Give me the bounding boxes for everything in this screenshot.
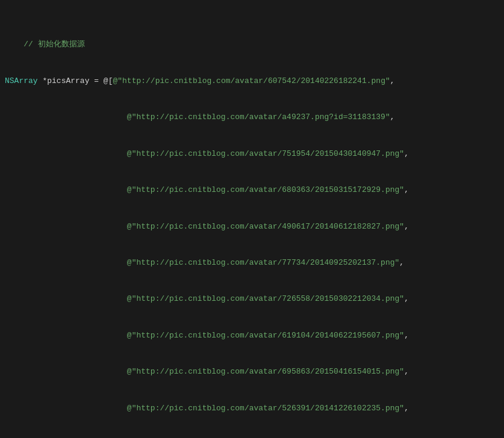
code-editor: // 初始化数据源 NSArray *picsArray = @[@"http:… <box>0 0 504 438</box>
line-url9: @"http://pic.cnitblog.com/avatar/695863/… <box>0 366 504 378</box>
code-content: // 初始化数据源 NSArray *picsArray = @[@"http:… <box>0 0 504 438</box>
line-url2: @"http://pic.cnitblog.com/avatar/a49237.… <box>0 111 504 123</box>
line-nsarray: NSArray *picsArray = @[@"http://pic.cnit… <box>0 75 504 87</box>
line-url3: @"http://pic.cnitblog.com/avatar/751954/… <box>0 148 504 160</box>
line-url5: @"http://pic.cnitblog.com/avatar/490617/… <box>0 221 504 233</box>
line-url4: @"http://pic.cnitblog.com/avatar/680363/… <box>0 184 504 196</box>
line-url7: @"http://pic.cnitblog.com/avatar/726558/… <box>0 293 504 305</box>
line-url10: @"http://pic.cnitblog.com/avatar/526391/… <box>0 403 504 415</box>
line-url8: @"http://pic.cnitblog.com/avatar/619104/… <box>0 330 504 342</box>
line-comment1: // 初始化数据源 <box>0 39 504 51</box>
line-url6: @"http://pic.cnitblog.com/avatar/77734/2… <box>0 257 504 269</box>
